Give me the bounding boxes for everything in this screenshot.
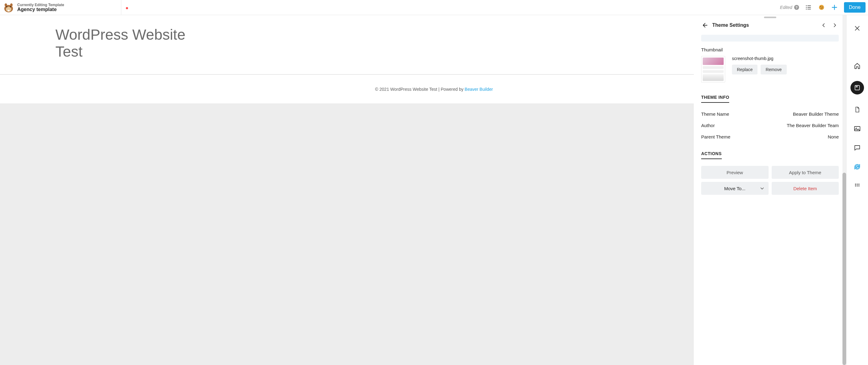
chevron-down-icon [760,186,764,190]
done-button[interactable]: Done [844,2,866,12]
svg-point-24 [858,184,859,185]
replace-button[interactable]: Replace [732,65,757,74]
panel-title: Theme Settings [712,23,749,28]
apply-theme-button[interactable]: Apply to Theme [772,166,839,179]
svg-point-5 [5,3,7,6]
footer-text: © 2021 WordPress Website Test | Powered … [375,87,465,92]
top-bar: Currently Editing Template Agency templa… [0,0,868,15]
svg-point-22 [855,184,856,185]
content-icon[interactable] [853,105,861,114]
svg-point-14 [820,6,821,7]
back-button[interactable] [701,22,708,29]
outline-button[interactable] [805,4,812,11]
svg-rect-8 [807,5,811,6]
apps-icon[interactable] [853,182,861,190]
svg-point-7 [806,5,807,6]
input-placeholder-bar[interactable] [701,35,839,41]
add-button[interactable] [831,4,838,11]
remove-button[interactable]: Remove [761,65,786,74]
actions-heading: ACTIONS [701,149,722,159]
svg-point-25 [855,185,856,186]
svg-point-3 [10,6,11,7]
svg-rect-4 [8,10,9,11]
footer-link[interactable]: Beaver Builder [465,87,493,92]
svg-rect-12 [807,9,811,9]
beaver-logo-icon [3,2,14,13]
svg-point-26 [857,185,858,186]
svg-point-2 [6,6,7,7]
sync-icon[interactable] [853,163,861,171]
preview-button[interactable]: Preview [701,166,769,179]
parent-theme-row: Parent Theme None [701,131,839,143]
thumbnail-label: Thumbnail [701,47,839,52]
svg-point-16 [820,8,822,9]
svg-point-21 [857,166,858,168]
svg-point-9 [806,7,807,8]
settings-panel: Theme Settings Thumbnail screensh [694,15,846,365]
svg-point-17 [823,8,823,9]
svg-point-13 [819,5,824,10]
editing-label: Currently Editing Template [17,3,64,7]
edit-status: Edited ? [780,5,799,10]
right-rail [846,15,868,365]
svg-point-6 [10,3,12,6]
library-icon[interactable] [850,81,864,94]
svg-point-23 [857,184,858,185]
notifications-button[interactable] [121,4,132,11]
site-title: WordPress Website Test [55,26,209,60]
next-button[interactable] [832,23,839,28]
theme-name-row: Theme Name Beaver Builder Theme [701,108,839,120]
thumbnail-preview[interactable] [701,56,725,83]
svg-point-15 [822,7,823,8]
cookie-icon[interactable] [818,4,825,11]
brand: Currently Editing Template Agency templa… [3,2,64,13]
panel-scrollbar[interactable] [842,15,846,365]
svg-point-27 [858,185,859,186]
template-name: Agency template [17,7,64,12]
move-to-button[interactable]: Move To... [701,182,769,195]
prev-button[interactable] [821,23,828,28]
media-icon[interactable] [853,125,861,133]
svg-rect-10 [807,7,811,8]
template-dropdown[interactable] [112,4,121,11]
thumbnail-filename: screenshot-thumb.jpg [732,56,787,61]
comments-icon[interactable] [853,144,861,152]
close-button[interactable] [853,24,861,32]
svg-point-11 [806,9,807,9]
home-icon[interactable] [853,62,861,70]
author-row: Author The Beaver Builder Team [701,120,839,131]
help-icon[interactable]: ? [794,5,799,10]
delete-item-button[interactable]: Delete Item [772,182,839,195]
theme-info-heading: THEME INFO [701,92,729,103]
notification-dot-icon [126,7,128,9]
